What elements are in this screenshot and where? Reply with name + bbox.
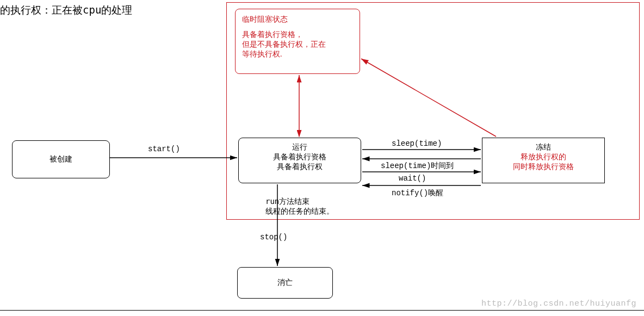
state-running: 运行 具备着执行资格 具备着执行权 (238, 138, 361, 183)
edge-label-run-end-1: run方法结束 (265, 197, 309, 207)
edge-label-sleep-done: sleep(time)时间到 (381, 161, 454, 171)
dead-title: 消亡 (277, 278, 293, 287)
edge-label-run-end-2: 线程的任务的结束。 (265, 207, 334, 216)
title-text: 的执行权：正在被cpu的处理 (0, 3, 132, 17)
edge-label-notify: notify()唤醒 (392, 188, 443, 198)
running-line1: 具备着执行资格 (242, 152, 357, 162)
state-frozen: 冻结 释放执行权的 同时释放执行资格 (482, 138, 605, 183)
temp-block-line3: 等待执行权. (242, 49, 353, 59)
frozen-title: 冻结 (486, 142, 601, 152)
running-title: 运行 (242, 142, 357, 152)
watermark-text: http://blog.csdn.net/huiyuanfg (481, 299, 636, 308)
frozen-line2: 同时释放执行资格 (486, 162, 601, 172)
edge-label-stop: stop() (260, 233, 287, 241)
state-dead: 消亡 (237, 267, 333, 299)
state-created: 被创建 (12, 140, 110, 178)
bottom-divider (0, 310, 644, 311)
diagram-stage: 的执行权：正在被cpu的处理 临时阻塞状态 具备着执行资格， 但是不具备执行权，… (0, 0, 644, 316)
created-title: 被创建 (49, 155, 72, 163)
temp-block-line2: 但是不具备执行权，正在 (242, 40, 353, 49)
state-temp-blocked: 临时阻塞状态 具备着执行资格， 但是不具备执行权，正在 等待执行权. (235, 9, 360, 74)
frozen-line1: 释放执行权的 (486, 152, 601, 162)
running-line2: 具备着执行权 (242, 162, 357, 172)
edge-label-wait: wait() (399, 174, 426, 183)
temp-block-title: 临时阻塞状态 (242, 15, 353, 24)
edge-label-sleep: sleep(time) (392, 139, 442, 148)
edge-label-start: start() (148, 145, 180, 153)
temp-block-line1: 具备着执行资格， (242, 30, 353, 40)
